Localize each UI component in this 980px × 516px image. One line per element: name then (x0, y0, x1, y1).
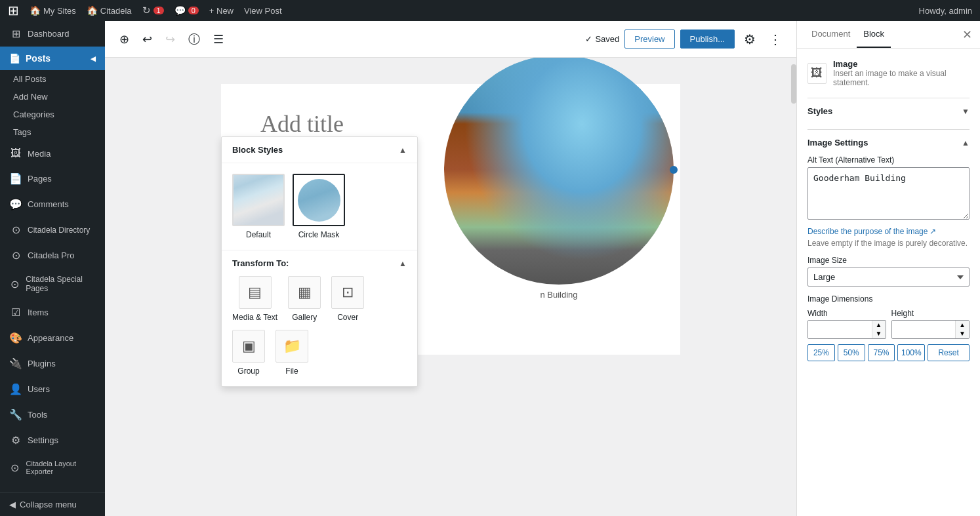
pct-75-button[interactable]: 75% (868, 344, 895, 361)
sidebar: ⊞ Dashboard 📄 Posts ◀ All Posts Add New … (0, 21, 105, 516)
dashboard-icon: ⊞ (9, 28, 22, 40)
sidebar-item-all-posts[interactable]: All Posts (0, 70, 105, 88)
describe-purpose-link[interactable]: Describe the purpose of the image ↗ (807, 227, 970, 236)
transform-item-group[interactable]: ▣ Group (232, 330, 265, 376)
image-resize-handle[interactable] (670, 166, 678, 174)
editor-canvas: Add title ↺ ≡▾ ⊡ 🔗 ⋮ Block Styles ▲ (105, 58, 796, 516)
tab-document[interactable]: Document (805, 21, 857, 48)
editor-wrapper: ⊕ ↩ ↪ ⓘ ☰ ✓ Saved Preview Publish... ⚙ ⋮ (105, 21, 796, 516)
undo-button[interactable]: ↩ (138, 28, 156, 50)
alt-text-input[interactable]: Gooderham Building (807, 167, 970, 220)
transform-item-media-text[interactable]: ▤ Media & Text (232, 276, 277, 322)
editor-toolbar: ⊕ ↩ ↪ ⓘ ☰ ✓ Saved Preview Publish... ⚙ ⋮ (105, 21, 796, 58)
pct-50-button[interactable]: 50% (838, 344, 865, 361)
redo-button[interactable]: ↪ (161, 28, 179, 50)
image-size-group: Image Size Large Thumbnail Medium Full S… (807, 256, 970, 287)
preview-button[interactable]: Preview (624, 30, 674, 49)
citadela-sp-icon: ⊙ (9, 278, 20, 290)
admin-bar: ⊞ 🏠 My Sites 🏠 Citadela ↻ 1 💬 0 + New Vi… (0, 0, 980, 21)
image-size-select[interactable]: Large Thumbnail Medium Full Size (807, 268, 970, 287)
transform-chevron-icon[interactable]: ▲ (399, 259, 407, 268)
comments-link[interactable]: 💬 0 (174, 5, 199, 16)
sidebar-item-add-new[interactable]: Add New (0, 88, 105, 106)
sidebar-item-citadela-pro[interactable]: ⊙ Citadela Pro (0, 243, 105, 268)
pct-25-button[interactable]: 25% (807, 344, 835, 361)
height-field: Height 683 ▲ ▼ (891, 309, 970, 339)
sidebar-item-categories[interactable]: Categories (0, 106, 105, 123)
tab-block[interactable]: Block (857, 21, 891, 48)
updates-link[interactable]: ↻ 1 (142, 5, 164, 16)
block-styles-popup: Block Styles ▲ Default (221, 136, 418, 387)
pct-100-button[interactable]: 100% (897, 344, 925, 361)
sidebar-item-tags[interactable]: Tags (0, 123, 105, 141)
transform-to-section: Transform To: ▲ ▤ Media & Text ▦ Gallery (222, 250, 417, 386)
saved-indicator: ✓ Saved (585, 34, 619, 44)
citadela-link[interactable]: 🏠 Citadela (87, 5, 132, 16)
sidebar-item-dashboard[interactable]: ⊞ Dashboard (0, 21, 105, 47)
sidebar-item-media[interactable]: 🖼 Media (0, 141, 105, 166)
right-panel-close-button[interactable]: ✕ (962, 21, 972, 48)
transform-item-cover[interactable]: ⊡ Cover (331, 276, 364, 322)
my-sites-link[interactable]: 🏠 My Sites (30, 5, 76, 16)
comments-nav-icon: 💬 (9, 198, 22, 210)
media-icon: 🖼 (9, 148, 22, 159)
view-post-link[interactable]: View Post (244, 6, 282, 16)
media-text-icon: ▤ (239, 276, 272, 309)
transform-to-header: Transform To: ▲ (232, 250, 407, 276)
sidebar-item-posts[interactable]: 📄 Posts ◀ (0, 47, 105, 70)
style-option-circle-mask[interactable]: Circle Mask (293, 174, 345, 239)
publish-button[interactable]: Publish... (680, 30, 735, 49)
wp-logo[interactable]: ⊞ (8, 3, 19, 18)
height-stepper: ▲ ▼ (955, 321, 969, 338)
style-preview-circle (293, 174, 345, 226)
default-preview-image (234, 175, 283, 225)
new-content-link[interactable]: + New (209, 6, 234, 16)
style-option-default[interactable]: Default (232, 174, 285, 239)
width-input[interactable]: 1024 (808, 321, 872, 338)
dimensions-row: Width 1024 ▲ ▼ Height (807, 309, 970, 339)
sidebar-item-items[interactable]: ☑ Items (0, 300, 105, 325)
sidebar-item-plugins[interactable]: 🔌 Plugins (0, 351, 105, 376)
right-panel-tabs: Document Block ✕ (797, 21, 980, 49)
image-caption[interactable]: n Building (444, 290, 674, 300)
image-settings-header[interactable]: Image Settings ▲ (807, 138, 970, 148)
sidebar-item-users[interactable]: 👤 Users (0, 376, 105, 402)
citadela-pro-icon: ⊙ (9, 249, 22, 262)
sidebar-item-citadela-directory[interactable]: ⊙ Citadela Directory (0, 217, 105, 243)
image-circle (444, 58, 674, 285)
block-styles-section-header: Block Styles ▲ (222, 137, 417, 163)
width-down-button[interactable]: ▼ (872, 330, 886, 339)
info-button[interactable]: ⓘ (184, 28, 204, 51)
sidebar-item-tools[interactable]: 🔧 Tools (0, 402, 105, 427)
add-block-toolbar-button[interactable]: ⊕ (115, 28, 133, 50)
height-input[interactable]: 683 (892, 321, 956, 338)
reset-button[interactable]: Reset (928, 344, 970, 361)
howdy-text: Howdy, admin (919, 6, 972, 16)
sidebar-item-comments[interactable]: 💬 Comments (0, 191, 105, 217)
sidebar-item-settings[interactable]: ⚙ Settings (0, 427, 105, 453)
list-view-button[interactable]: ☰ (209, 28, 228, 50)
image-block[interactable]: n Building (444, 58, 674, 300)
editor-settings-button[interactable]: ⚙ (740, 28, 760, 51)
comments-icon: 💬 (174, 5, 186, 16)
image-settings-section: Image Settings ▲ Alt Text (Alternative T… (807, 129, 970, 369)
transform-item-file[interactable]: 📁 File (276, 330, 308, 376)
image-block-icon: 🖼 (807, 63, 827, 84)
block-info: 🖼 Image Insert an image to make a visual… (807, 59, 970, 87)
percent-buttons-group: 25% 50% 75% 100% Reset (807, 344, 970, 361)
sidebar-item-pages[interactable]: 📄 Pages (0, 166, 105, 191)
height-down-button[interactable]: ▼ (956, 330, 969, 339)
sidebar-item-citadela-special-pages[interactable]: ⊙ Citadela Special Pages (0, 268, 105, 300)
transform-item-gallery[interactable]: ▦ Gallery (288, 276, 321, 322)
gallery-icon: ▦ (288, 276, 321, 309)
height-up-button[interactable]: ▲ (956, 321, 969, 330)
editor-more-button[interactable]: ⋮ (765, 28, 786, 51)
collapse-menu-button[interactable]: ◀ Collapse menu (0, 492, 105, 516)
appearance-icon: 🎨 (9, 332, 22, 344)
sidebar-item-appearance[interactable]: 🎨 Appearance (0, 325, 105, 351)
style-preview-default (232, 174, 285, 226)
block-styles-chevron-icon[interactable]: ▲ (399, 146, 407, 155)
styles-section-header[interactable]: Styles ▼ (807, 106, 970, 116)
sidebar-item-citadela-layout[interactable]: ⊙ Citadela Layout Exporter (0, 453, 105, 482)
width-up-button[interactable]: ▲ (872, 321, 886, 330)
